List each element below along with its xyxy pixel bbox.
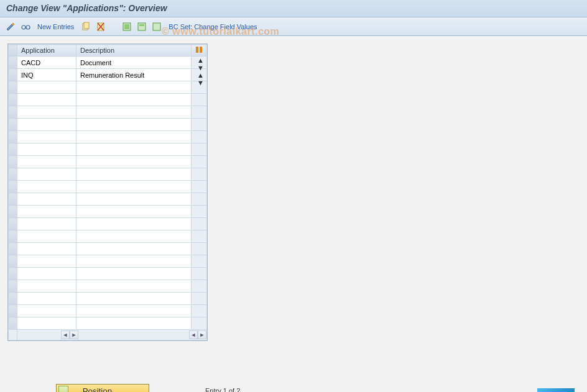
- cell-application[interactable]: [17, 131, 76, 144]
- cell-application[interactable]: [17, 268, 76, 280]
- delete-icon[interactable]: [95, 21, 106, 32]
- cell-application[interactable]: [17, 255, 76, 268]
- row-selector[interactable]: [9, 305, 17, 317]
- description-input[interactable]: [80, 144, 187, 155]
- cell-description[interactable]: [76, 230, 192, 243]
- description-input[interactable]: [80, 318, 187, 329]
- row-selector[interactable]: [9, 131, 17, 144]
- application-input[interactable]: [21, 169, 72, 180]
- row-selector[interactable]: [9, 268, 17, 280]
- application-input[interactable]: [21, 70, 72, 80]
- description-input[interactable]: [80, 119, 187, 130]
- application-input[interactable]: [21, 144, 72, 155]
- select-all-icon[interactable]: [121, 21, 132, 32]
- row-selector[interactable]: [9, 156, 17, 168]
- cell-application[interactable]: [17, 218, 76, 230]
- cell-application[interactable]: [17, 106, 76, 119]
- hscroll-right-icon[interactable]: ►: [70, 330, 78, 339]
- row-selector[interactable]: [9, 193, 17, 206]
- cell-description[interactable]: [76, 168, 192, 181]
- row-selector[interactable]: [9, 168, 17, 181]
- description-input[interactable]: [80, 244, 187, 254]
- cell-application[interactable]: [17, 280, 76, 293]
- row-selector[interactable]: [9, 106, 17, 119]
- row-selector[interactable]: [9, 144, 17, 156]
- glasses-icon[interactable]: [20, 21, 31, 32]
- application-input[interactable]: [21, 231, 72, 242]
- description-input[interactable]: [80, 181, 187, 192]
- hscroll-left-icon[interactable]: ◄: [61, 330, 70, 339]
- toggle-change-icon[interactable]: [5, 21, 16, 32]
- description-input[interactable]: [80, 194, 187, 204]
- cell-application[interactable]: [17, 317, 76, 330]
- description-input[interactable]: [80, 306, 187, 316]
- row-selector[interactable]: [9, 206, 17, 218]
- row-selector[interactable]: [9, 81, 17, 94]
- vscroll-down-icon[interactable]: ▼: [197, 64, 207, 71]
- select-block-icon[interactable]: [136, 21, 147, 32]
- cell-application[interactable]: [17, 57, 76, 69]
- description-input[interactable]: [80, 293, 187, 304]
- cell-description[interactable]: [76, 81, 192, 94]
- hscroll-right2-icon[interactable]: ►: [198, 330, 206, 339]
- hscroll-track[interactable]: [78, 330, 189, 339]
- vscroll-up2-icon[interactable]: ▲: [197, 71, 207, 79]
- row-selector[interactable]: [9, 293, 17, 305]
- cell-description[interactable]: [76, 317, 192, 330]
- application-input[interactable]: [21, 181, 72, 192]
- cell-description[interactable]: [76, 94, 192, 106]
- description-input[interactable]: [80, 94, 187, 105]
- cell-description[interactable]: [76, 57, 192, 69]
- description-input[interactable]: [80, 281, 187, 291]
- description-input[interactable]: [80, 57, 187, 68]
- row-selector[interactable]: [9, 69, 17, 81]
- row-selector[interactable]: [9, 280, 17, 293]
- row-selector[interactable]: [9, 317, 17, 330]
- cell-description[interactable]: [76, 193, 192, 206]
- vscroll-up-icon[interactable]: ▲: [197, 57, 207, 64]
- row-selector[interactable]: [9, 230, 17, 243]
- application-input[interactable]: [21, 94, 72, 105]
- description-input[interactable]: [80, 157, 187, 167]
- cell-description[interactable]: [76, 119, 192, 131]
- hscroll-left2-icon[interactable]: ◄: [189, 330, 198, 339]
- row-selector[interactable]: [9, 57, 17, 69]
- description-input[interactable]: [80, 268, 187, 279]
- application-input[interactable]: [21, 306, 72, 316]
- row-selector[interactable]: [9, 181, 17, 193]
- description-input[interactable]: [80, 206, 187, 217]
- application-input[interactable]: [21, 82, 72, 93]
- cell-application[interactable]: [17, 69, 76, 81]
- application-input[interactable]: [21, 244, 72, 254]
- cell-description[interactable]: [76, 106, 192, 119]
- cell-description[interactable]: [76, 255, 192, 268]
- application-input[interactable]: [21, 256, 72, 267]
- cell-description[interactable]: [76, 280, 192, 293]
- table-configure-icon[interactable]: [192, 45, 207, 57]
- application-input[interactable]: [21, 157, 72, 167]
- cell-application[interactable]: [17, 119, 76, 131]
- cell-application[interactable]: [17, 206, 76, 218]
- new-entries-button[interactable]: New Entries: [35, 23, 76, 30]
- application-input[interactable]: [21, 219, 72, 229]
- cell-application[interactable]: [17, 168, 76, 181]
- copy-icon[interactable]: [80, 21, 91, 32]
- description-input[interactable]: [80, 231, 187, 242]
- cell-description[interactable]: [76, 69, 192, 81]
- column-header-application[interactable]: Application: [17, 45, 76, 57]
- row-selector[interactable]: [9, 243, 17, 255]
- cell-description[interactable]: [76, 131, 192, 144]
- cell-description[interactable]: [76, 206, 192, 218]
- cell-description[interactable]: [76, 293, 192, 305]
- cell-description[interactable]: [76, 181, 192, 193]
- cell-application[interactable]: [17, 81, 76, 94]
- description-input[interactable]: [80, 132, 187, 142]
- application-input[interactable]: [21, 281, 72, 291]
- application-input[interactable]: [21, 268, 72, 279]
- row-selector[interactable]: [9, 218, 17, 230]
- select-all-header[interactable]: [9, 45, 17, 57]
- vscroll-down2-icon[interactable]: ▼: [197, 79, 207, 86]
- description-input[interactable]: [80, 82, 187, 93]
- cell-application[interactable]: [17, 305, 76, 317]
- description-input[interactable]: [80, 70, 187, 80]
